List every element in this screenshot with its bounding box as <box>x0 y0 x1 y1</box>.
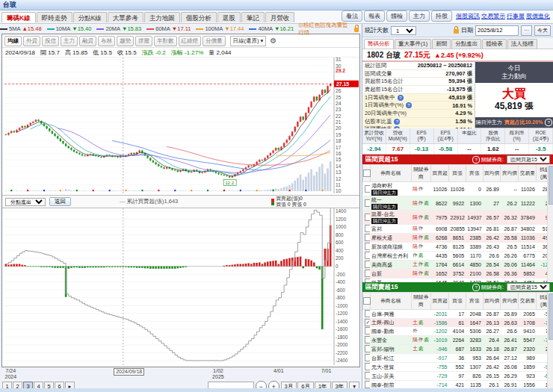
broker-row[interactable]: 富邦隔作6908208551394726.8126.8734802517 <box>363 225 553 234</box>
row-checkbox[interactable] <box>365 185 371 193</box>
col-賣均價[interactable]: 賣均價 <box>501 293 519 310</box>
broker-row[interactable]: 富邦-陽明土處-946687163326.1826.87232022 <box>363 345 553 354</box>
col-賣均價[interactable]: 賣均價 <box>501 165 519 182</box>
stat-days-select[interactable]: 1 <box>391 26 416 35</box>
broker-net-chart[interactable]: -2400-2200-2000-1800-1600-1400-1200-1000… <box>2 208 359 365</box>
row-checkbox[interactable] <box>365 310 371 317</box>
row-checkbox[interactable] <box>365 336 371 343</box>
top-button-體檢[interactable]: 體檢 <box>386 10 407 22</box>
broker-row[interactable]: 美商高盛土作處17646614485026.5426.0611464-127 <box>363 261 553 270</box>
broker-row[interactable]: 台灣摩根士丹利作處44355605117026.626.266775205 <box>363 252 553 261</box>
chart-tool-半對數[interactable]: 半對數 <box>154 36 177 46</box>
help-icon[interactable]: ? <box>472 156 480 164</box>
broker-row[interactable]: 凱基16453048140326.5126.574451112 <box>363 279 553 283</box>
broker-row[interactable]: 統一隔日沖主力隔作處8622992213002726.21122228 <box>363 196 553 211</box>
row-checkbox[interactable]: ✓ <box>365 319 371 326</box>
col-賣張[interactable]: 賣張 <box>466 293 483 310</box>
row-checkbox[interactable] <box>365 363 371 370</box>
lower-pane-select[interactable]: 分點進出 <box>5 198 46 206</box>
row-checkbox[interactable] <box>365 234 371 241</box>
chart-tool-融資[interactable]: 融資 <box>79 36 96 46</box>
top-link-行事曆[interactable]: 行事曆 <box>507 13 525 19</box>
row-checkbox[interactable] <box>365 345 371 352</box>
row-checkbox[interactable] <box>365 372 371 379</box>
col-賣張[interactable]: 賣張 <box>466 165 483 182</box>
broker-row[interactable]: 永豐金隔作處-10192264328326.426.415547-72 <box>363 336 553 345</box>
col-買均價[interactable]: 買均價 <box>483 165 501 182</box>
today-button[interactable]: 今天 <box>534 25 551 36</box>
help-icon[interactable]: ? <box>545 119 552 126</box>
broker-row[interactable]: 元大-世貿-755552130726.4226.081859-99 <box>363 363 553 372</box>
row-checkbox[interactable] <box>365 270 371 277</box>
col-交易量[interactable]: 交易量 <box>519 293 537 310</box>
panel-tab-重大事件(1)[interactable]: 重大事件(1) <box>395 39 431 49</box>
checkbox-all[interactable] <box>363 297 371 305</box>
chart-tool-主力[interactable]: 主力 <box>61 36 78 46</box>
help-icon[interactable]: ? <box>472 284 480 291</box>
chart-tool-紅綠燈[interactable]: 紅綠燈 <box>179 36 202 46</box>
row-checkbox[interactable] <box>365 327 371 335</box>
panel-tab-分點進出[interactable]: 分點進出 <box>451 39 481 49</box>
row-checkbox[interactable] <box>365 381 371 388</box>
tab-即時走勢[interactable]: 即時走勢 <box>37 12 72 22</box>
row-checkbox[interactable] <box>365 279 371 282</box>
buy-scrollbar[interactable] <box>547 164 553 282</box>
checkbox-all[interactable] <box>363 169 371 177</box>
panel-tab-體檢表[interactable]: 體檢表 <box>482 39 507 49</box>
tab-筆記[interactable]: 筆記 <box>241 12 265 22</box>
back-button[interactable]: 返回 <box>49 197 71 206</box>
date-lock-icon[interactable] <box>454 29 459 34</box>
top-link-個股資訊[interactable]: 個股資訊 <box>456 13 480 19</box>
chart-tool-布林[interactable]: 布林 <box>98 36 115 46</box>
row-checkbox[interactable] <box>365 225 371 232</box>
tab-月營收[interactable]: 月營收 <box>265 12 295 22</box>
lock-icon[interactable] <box>354 28 359 32</box>
chart-tool-分價量[interactable]: 分價量 <box>203 36 226 46</box>
help-icon[interactable]: ? <box>398 95 404 101</box>
help-icon[interactable]: ? <box>406 102 412 108</box>
top-button-主力[interactable]: 主力 <box>409 10 430 22</box>
kline-period-select[interactable]: 日線(還原) ▾ <box>230 36 267 46</box>
col-買均價[interactable]: 買均價 <box>483 293 501 310</box>
gear-icon[interactable]: ⚙ <box>270 37 276 45</box>
price-volume-chart[interactable]: 1011121314151617181920212223242526273031… <box>2 57 359 193</box>
col-關鍵券商[interactable]: 關鍵券商 <box>411 165 430 182</box>
col-買張[interactable]: 買張 <box>449 165 466 182</box>
broker-row[interactable]: 摩根大通隔作處62688651238526.4226.5811036497 <box>363 234 553 243</box>
date-spinner[interactable]: ··· <box>521 25 532 36</box>
broker-row[interactable]: ✓土銀-圓山土處-158661164726.1326.631708-79 <box>363 319 553 327</box>
help-icon[interactable]: ? <box>394 119 400 125</box>
row-checkbox[interactable] <box>365 214 371 221</box>
broker-row[interactable]: 港商野村隔日沖主力隔作1102611026026.89--11026287 <box>363 182 553 196</box>
sell-key-broker-select[interactable]: 區間賣超15 <box>507 283 550 291</box>
chart-tool-均線[interactable]: 均線 <box>4 36 22 46</box>
sell-scrollbar[interactable] <box>547 292 553 392</box>
buy-key-broker-select[interactable]: 區間買超15 <box>507 155 550 164</box>
panel-tab-籌碼分析[interactable]: 籌碼分析 <box>364 39 394 49</box>
broker-row[interactable]: 台新隔作處16523752210026.5826.36585248 <box>363 270 553 279</box>
col-券商名稱[interactable]: 券商名稱 <box>370 293 411 310</box>
tab-主力地圖[interactable]: 主力地圖 <box>144 12 180 22</box>
top-button-持股[interactable]: 持股 <box>431 10 452 22</box>
tab-籌碼K線[interactable]: 籌碼K線 <box>1 12 36 22</box>
chart-tool-外資[interactable]: 外資 <box>23 36 40 46</box>
panel-tab-新聞[interactable]: 新聞 <box>432 39 451 49</box>
top-button-報表[interactable]: 報表 <box>364 10 385 22</box>
col-關鍵券商[interactable]: 關鍵券商 <box>411 293 430 310</box>
top-link-交易警示[interactable]: 交易警示 <box>481 13 505 19</box>
broker-row[interactable]: 台新-松江-9173695326.6427.129890 <box>363 354 553 363</box>
broker-row[interactable]: 凱基-台北隔日沖主力隔作處7975229121493726.5726.32378… <box>363 211 553 225</box>
tab-大單參考[interactable]: 大單參考 <box>108 12 143 22</box>
tab-分點K線[interactable]: 分點K線 <box>73 12 107 22</box>
row-checkbox[interactable] <box>365 252 371 259</box>
col-買賣超[interactable]: 買賣超 <box>431 293 449 310</box>
chart-tool-趨勢[interactable]: 趨勢 <box>117 36 134 46</box>
row-checkbox[interactable] <box>365 243 371 250</box>
chart-tool-投信[interactable]: 投信 <box>42 36 59 46</box>
col-買賣超[interactable]: 買賣超 <box>431 165 449 182</box>
date-input[interactable] <box>475 25 519 36</box>
col-券商名稱[interactable]: 券商名稱 <box>370 165 411 182</box>
top-button-看法[interactable]: 看法 <box>342 10 362 22</box>
row-checkbox[interactable] <box>365 354 371 361</box>
top-link-股價進化[interactable]: 股價進化 <box>526 13 550 19</box>
